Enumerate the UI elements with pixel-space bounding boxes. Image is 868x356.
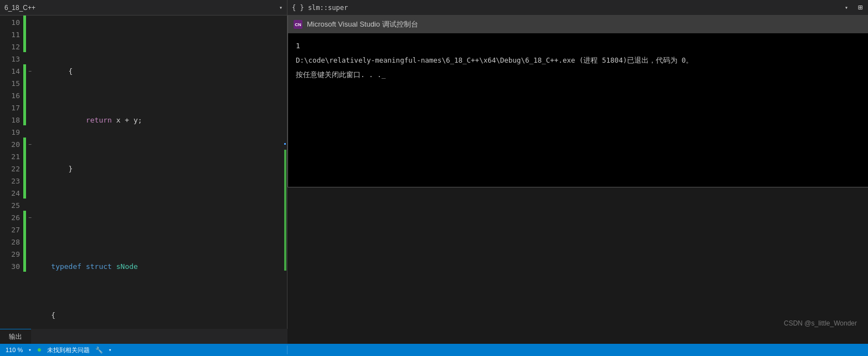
status-check-icon: ● [37,345,42,354]
collapse-btn-14[interactable]: − [26,65,34,78]
left-dropdown-icon[interactable]: ▾ [279,4,283,11]
collapse-column: − − − [26,16,34,329]
wrench-icon[interactable]: 🔧 [95,347,103,354]
file-breadcrumb-left: 6_18_C++ ▾ [0,0,287,15]
collapse-btn-26[interactable]: − [26,212,34,224]
code-lines-area: { return x + y; } typedef struct sNode [34,16,279,329]
scope-name-label: { } slm::super [292,4,841,12]
full-status-bar: 110 % ▾ ● 未找到相关问题 🔧 ▾ [0,344,868,356]
console-title-text: Microsoft Visual Studio 调试控制台 [307,19,418,29]
code-line-11: return x + y; [34,114,279,126]
no-issues-text: 未找到相关问题 [47,346,90,354]
collapse-btn-20[interactable]: − [26,139,34,151]
console-output-number: 1 [296,40,860,52]
output-tab[interactable]: 输出 [0,329,31,344]
code-editor: 10 11 12 13 14 15 16 17 18 19 20 21 22 2… [0,16,287,344]
dropdown-arrow-icon[interactable]: ▾ [109,347,111,353]
scope-breadcrumb-right: { } slm::super ▾ [287,0,852,15]
console-notice-line: 按任意键关闭此窗口. . ._ [296,69,860,81]
code-line-10: { [34,65,279,78]
console-window: CN Microsoft Visual Studio 调试控制台 1 D:\co… [287,16,868,187]
console-title-bar: CN Microsoft Visual Studio 调试控制台 [288,16,868,33]
expand-button[interactable]: ⊞ [852,0,868,15]
console-app-icon: CN [294,20,302,29]
code-line-13 [34,212,279,224]
zoom-dropdown-icon[interactable]: ▾ [28,347,31,353]
file-name-label: 6_18_C++ [4,4,276,12]
line-numbers: 10 11 12 13 14 15 16 17 18 19 20 21 22 2… [0,16,23,329]
status-bar-left: 110 % ▾ ● 未找到相关问题 🔧 ▾ [0,345,287,354]
code-line-15: { [34,309,279,322]
output-tab-strip: 输出 [0,329,287,344]
console-path-line: D:\code\relatively-meaningful-names\6_18… [296,54,860,67]
code-line-14: typedef struct sNode [34,261,279,273]
console-body: 1 D:\code\relatively-meaningful-names\6_… [288,33,868,88]
right-dropdown-icon[interactable]: ▾ [845,4,848,11]
watermark: CSDN @s_little_Wonder [784,319,857,327]
vertical-scrollbar[interactable] [279,16,287,329]
zoom-level[interactable]: 110 % [6,347,23,353]
status-bar-right [287,344,868,356]
right-dark-area [287,187,868,329]
code-line-12: } [34,163,279,175]
